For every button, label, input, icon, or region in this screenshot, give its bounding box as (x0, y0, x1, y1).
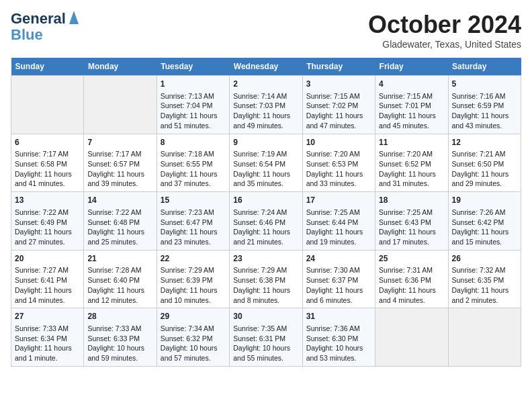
day-header-friday: Friday (375, 58, 448, 76)
day-number: 19 (452, 195, 517, 206)
day-number: 14 (87, 195, 152, 206)
calendar-cell: 13Sunrise: 7:22 AM Sunset: 6:49 PM Dayli… (11, 192, 84, 250)
cell-content: Sunrise: 7:31 AM Sunset: 6:36 PM Dayligh… (379, 265, 444, 305)
day-number: 3 (306, 79, 371, 90)
day-number: 1 (161, 79, 226, 90)
cell-content: Sunrise: 7:22 AM Sunset: 6:48 PM Dayligh… (87, 208, 152, 247)
calendar-cell: 27Sunrise: 7:33 AM Sunset: 6:34 PM Dayli… (11, 308, 84, 367)
logo: General Blue (11, 11, 79, 43)
day-header-wednesday: Wednesday (230, 58, 302, 76)
day-number: 21 (87, 253, 152, 265)
logo-text-blue: Blue (11, 27, 43, 43)
cell-content: Sunrise: 7:28 AM Sunset: 6:40 PM Dayligh… (87, 265, 152, 305)
cell-content: Sunrise: 7:29 AM Sunset: 6:39 PM Dayligh… (161, 265, 226, 305)
day-header-monday: Monday (84, 58, 157, 76)
calendar-cell: 9Sunrise: 7:19 AM Sunset: 6:54 PM Daylig… (230, 134, 302, 192)
calendar-cell (375, 308, 448, 367)
calendar-cell: 20Sunrise: 7:27 AM Sunset: 6:41 PM Dayli… (11, 250, 84, 308)
cell-content: Sunrise: 7:22 AM Sunset: 6:49 PM Dayligh… (15, 208, 80, 247)
day-number: 29 (161, 311, 226, 322)
day-number: 4 (379, 79, 444, 90)
calendar-cell (448, 308, 521, 367)
day-number: 7 (87, 137, 152, 148)
day-number: 31 (306, 311, 371, 322)
cell-content: Sunrise: 7:21 AM Sunset: 6:50 PM Dayligh… (452, 149, 517, 189)
calendar-cell: 18Sunrise: 7:25 AM Sunset: 6:43 PM Dayli… (375, 192, 448, 250)
cell-content: Sunrise: 7:35 AM Sunset: 6:31 PM Dayligh… (233, 324, 298, 363)
day-number: 5 (452, 79, 517, 90)
cell-content: Sunrise: 7:17 AM Sunset: 6:57 PM Dayligh… (87, 149, 152, 189)
cell-content: Sunrise: 7:15 AM Sunset: 7:01 PM Dayligh… (379, 91, 444, 131)
calendar-cell: 5Sunrise: 7:16 AM Sunset: 6:59 PM Daylig… (448, 76, 521, 134)
day-number: 10 (306, 137, 371, 148)
cell-content: Sunrise: 7:33 AM Sunset: 6:34 PM Dayligh… (15, 324, 80, 363)
cell-content: Sunrise: 7:34 AM Sunset: 6:32 PM Dayligh… (161, 324, 226, 363)
calendar-cell: 10Sunrise: 7:20 AM Sunset: 6:53 PM Dayli… (302, 134, 375, 192)
day-number: 13 (15, 195, 80, 206)
cell-content: Sunrise: 7:33 AM Sunset: 6:33 PM Dayligh… (87, 324, 152, 363)
day-number: 8 (161, 137, 226, 148)
calendar-cell: 29Sunrise: 7:34 AM Sunset: 6:32 PM Dayli… (157, 308, 229, 367)
calendar-cell: 26Sunrise: 7:32 AM Sunset: 6:35 PM Dayli… (448, 250, 521, 308)
day-number: 26 (452, 253, 517, 265)
location: Gladewater, Texas, United States (368, 39, 521, 50)
cell-content: Sunrise: 7:15 AM Sunset: 7:02 PM Dayligh… (306, 91, 371, 131)
calendar-cell: 2Sunrise: 7:14 AM Sunset: 7:03 PM Daylig… (230, 76, 302, 134)
day-number: 30 (233, 311, 298, 322)
calendar-cell (84, 76, 157, 134)
calendar-cell: 8Sunrise: 7:18 AM Sunset: 6:55 PM Daylig… (157, 134, 229, 192)
calendar-cell: 12Sunrise: 7:21 AM Sunset: 6:50 PM Dayli… (448, 134, 521, 192)
day-number: 2 (233, 79, 298, 90)
calendar-table: SundayMondayTuesdayWednesdayThursdayFrid… (11, 58, 521, 367)
calendar-cell: 30Sunrise: 7:35 AM Sunset: 6:31 PM Dayli… (230, 308, 302, 367)
calendar-cell: 3Sunrise: 7:15 AM Sunset: 7:02 PM Daylig… (302, 76, 375, 134)
day-number: 28 (87, 311, 152, 322)
calendar-cell: 15Sunrise: 7:23 AM Sunset: 6:47 PM Dayli… (157, 192, 229, 250)
calendar-cell: 23Sunrise: 7:29 AM Sunset: 6:38 PM Dayli… (230, 250, 302, 308)
day-number: 11 (379, 137, 444, 148)
day-number: 6 (15, 137, 80, 148)
cell-content: Sunrise: 7:25 AM Sunset: 6:43 PM Dayligh… (379, 208, 444, 247)
cell-content: Sunrise: 7:30 AM Sunset: 6:37 PM Dayligh… (306, 265, 371, 305)
day-number: 9 (233, 137, 298, 148)
day-header-tuesday: Tuesday (157, 58, 229, 76)
calendar-cell: 31Sunrise: 7:36 AM Sunset: 6:30 PM Dayli… (302, 308, 375, 367)
calendar-cell: 16Sunrise: 7:24 AM Sunset: 6:46 PM Dayli… (230, 192, 302, 250)
cell-content: Sunrise: 7:20 AM Sunset: 6:53 PM Dayligh… (306, 149, 371, 189)
calendar-cell: 21Sunrise: 7:28 AM Sunset: 6:40 PM Dayli… (84, 250, 157, 308)
day-number: 16 (233, 195, 298, 206)
calendar-cell: 24Sunrise: 7:30 AM Sunset: 6:37 PM Dayli… (302, 250, 375, 308)
cell-content: Sunrise: 7:24 AM Sunset: 6:46 PM Dayligh… (233, 208, 298, 247)
calendar-cell: 11Sunrise: 7:20 AM Sunset: 6:52 PM Dayli… (375, 134, 448, 192)
cell-content: Sunrise: 7:13 AM Sunset: 7:04 PM Dayligh… (161, 91, 226, 131)
day-number: 17 (306, 195, 371, 206)
calendar-cell: 25Sunrise: 7:31 AM Sunset: 6:36 PM Dayli… (375, 250, 448, 308)
calendar-cell: 6Sunrise: 7:17 AM Sunset: 6:58 PM Daylig… (11, 134, 84, 192)
month-title: October 2024 (368, 11, 521, 39)
calendar-cell: 4Sunrise: 7:15 AM Sunset: 7:01 PM Daylig… (375, 76, 448, 134)
calendar-cell: 14Sunrise: 7:22 AM Sunset: 6:48 PM Dayli… (84, 192, 157, 250)
cell-content: Sunrise: 7:17 AM Sunset: 6:58 PM Dayligh… (15, 149, 80, 189)
cell-content: Sunrise: 7:36 AM Sunset: 6:30 PM Dayligh… (306, 324, 371, 363)
day-header-sunday: Sunday (11, 58, 84, 76)
cell-content: Sunrise: 7:32 AM Sunset: 6:35 PM Dayligh… (452, 265, 517, 305)
cell-content: Sunrise: 7:18 AM Sunset: 6:55 PM Dayligh… (161, 149, 226, 189)
cell-content: Sunrise: 7:25 AM Sunset: 6:44 PM Dayligh… (306, 208, 371, 247)
calendar-cell: 28Sunrise: 7:33 AM Sunset: 6:33 PM Dayli… (84, 308, 157, 367)
day-header-thursday: Thursday (302, 58, 375, 76)
day-number: 25 (379, 253, 444, 265)
cell-content: Sunrise: 7:23 AM Sunset: 6:47 PM Dayligh… (161, 208, 226, 247)
day-number: 18 (379, 195, 444, 206)
calendar-cell: 22Sunrise: 7:29 AM Sunset: 6:39 PM Dayli… (157, 250, 229, 308)
day-number: 23 (233, 253, 298, 265)
page-header: General Blue October 2024 Gladewater, Te… (11, 11, 521, 50)
cell-content: Sunrise: 7:16 AM Sunset: 6:59 PM Dayligh… (452, 91, 517, 131)
cell-content: Sunrise: 7:20 AM Sunset: 6:52 PM Dayligh… (379, 149, 444, 189)
cell-content: Sunrise: 7:29 AM Sunset: 6:38 PM Dayligh… (233, 265, 298, 305)
day-number: 15 (161, 195, 226, 206)
day-number: 22 (161, 253, 226, 265)
calendar-cell: 7Sunrise: 7:17 AM Sunset: 6:57 PM Daylig… (84, 134, 157, 192)
calendar-cell: 1Sunrise: 7:13 AM Sunset: 7:04 PM Daylig… (157, 76, 229, 134)
title-block: October 2024 Gladewater, Texas, United S… (368, 11, 521, 50)
day-number: 24 (306, 253, 371, 265)
